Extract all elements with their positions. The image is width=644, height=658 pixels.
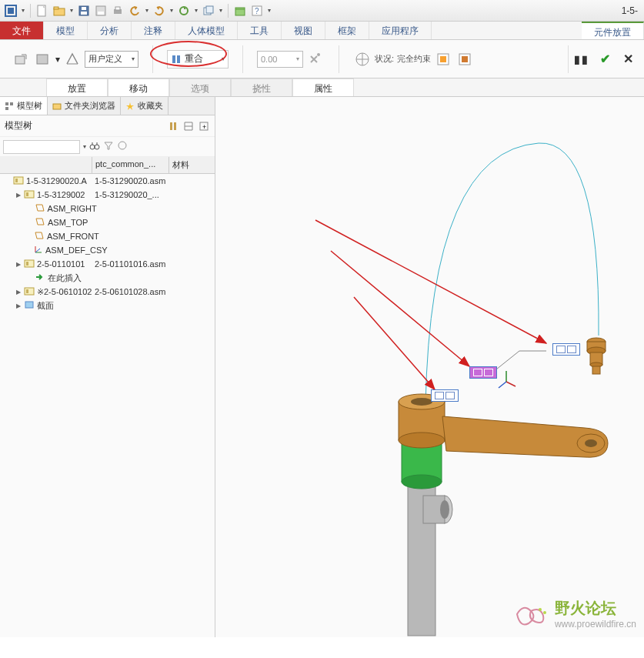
svg-rect-53	[25, 260, 34, 267]
app-dropdown-icon[interactable]: ▾	[20, 7, 26, 14]
subtab-options[interactable]: 选项	[169, 78, 231, 96]
svg-rect-9	[98, 12, 104, 15]
subtab-props[interactable]: 属性	[292, 78, 354, 96]
svg-rect-47	[15, 179, 18, 182]
svg-point-24	[317, 53, 320, 56]
viewport[interactable]: 野火论坛 www.proewildfire.cn	[215, 97, 644, 637]
svg-rect-46	[14, 177, 23, 184]
subtab-flex[interactable]: 挠性	[231, 78, 292, 96]
tree-row[interactable]: ▶※2-5-06101022-5-06101028.asm	[0, 285, 215, 299]
tree-tool-1-icon[interactable]	[167, 120, 179, 132]
node-icon	[33, 245, 44, 256]
tab-tools[interactable]: 工具	[238, 22, 282, 39]
svg-text:?: ?	[255, 7, 259, 15]
tree-row[interactable]: ASM_TOP	[0, 215, 215, 229]
interface-icon[interactable]	[63, 50, 82, 68]
tree-row[interactable]: 在此插入	[0, 271, 215, 285]
model-tree[interactable]: 1-5-31290020.A1-5-31290020.asm▶1-5-31290…	[0, 174, 215, 637]
method-dropdown-icon[interactable]: ▾	[55, 54, 60, 65]
options-icon[interactable]	[117, 140, 128, 153]
new-icon[interactable]	[35, 3, 50, 18]
tab-view[interactable]: 视图	[282, 22, 325, 39]
regen-dropdown-icon[interactable]: ▾	[193, 7, 199, 14]
tree-row[interactable]: ▶1-5-31290021-5-31290020_...	[0, 188, 215, 202]
subtab-placement[interactable]: 放置	[46, 78, 108, 96]
node-icon	[23, 189, 35, 200]
save-icon[interactable]	[76, 3, 92, 18]
saveas-icon[interactable]	[93, 3, 108, 18]
quick-access-toolbar: ▾ ▾ ▾ ▾ ▾ ▾ ? ▾ 1-5-	[0, 0, 644, 22]
subtab-move[interactable]: 移动	[108, 78, 169, 96]
panel-tab-tree[interactable]: 模型树	[0, 97, 48, 115]
svg-rect-55	[25, 288, 34, 295]
redo-dropdown-icon[interactable]: ▾	[169, 7, 175, 14]
tree-row[interactable]: ASM_DEF_CSY	[0, 243, 215, 257]
status-label: 状况:	[375, 53, 394, 65]
tree-row[interactable]: ASM_RIGHT	[0, 202, 215, 215]
settings-dropdown-icon[interactable]: ▾	[266, 7, 272, 14]
tab-annotate[interactable]: 注释	[132, 22, 175, 39]
svg-text:+: +	[202, 123, 206, 131]
side-panel: 模型树 文件夹浏览器 收藏夹 模型树 + ▾	[0, 97, 215, 637]
tab-analysis[interactable]: 分析	[88, 22, 132, 39]
app-icon[interactable]	[3, 3, 18, 18]
coincident-button[interactable]: 重合	[167, 50, 229, 68]
svg-point-87	[543, 611, 546, 614]
workspace: 模型树 文件夹浏览器 收藏夹 模型树 + ▾	[0, 97, 644, 637]
tree-row[interactable]: ▶截面	[0, 299, 215, 312]
close-window-icon[interactable]	[232, 3, 248, 18]
flip-icon[interactable]	[306, 50, 325, 68]
svg-rect-11	[115, 7, 120, 10]
folder-icon	[52, 102, 62, 111]
status-box-2-icon[interactable]	[455, 50, 474, 68]
expand-icon[interactable]: ▶	[14, 302, 23, 309]
tab-apps[interactable]: 应用程序	[369, 22, 432, 39]
constraint-glyph-2[interactable]	[469, 366, 497, 379]
panel-tab-folder[interactable]: 文件夹浏览器	[48, 97, 121, 115]
windows-icon[interactable]	[201, 3, 216, 18]
svg-rect-71	[592, 366, 600, 374]
method-icon-2[interactable]	[34, 50, 52, 68]
cancel-button[interactable]: ✕	[618, 49, 638, 69]
undo-dropdown-icon[interactable]: ▾	[144, 7, 150, 14]
window-title: 1-5-	[622, 5, 641, 16]
help-icon[interactable]: ?	[249, 3, 265, 18]
tree-search-input[interactable]	[3, 140, 80, 154]
pause-button[interactable]: ▮▮	[572, 49, 592, 69]
tab-model[interactable]: 模型	[44, 22, 88, 39]
tree-row[interactable]: ▶2-5-01101012-5-01101016.asm	[0, 257, 215, 271]
tab-frame[interactable]: 框架	[325, 22, 369, 39]
open-dropdown-icon[interactable]: ▾	[68, 7, 75, 14]
orient-icon[interactable]	[353, 50, 372, 68]
tree-row[interactable]: ASM_FRONT	[0, 229, 215, 243]
constraint-glyph-3[interactable]	[431, 389, 459, 402]
binoculars-icon[interactable]	[89, 140, 100, 153]
method-icon-1[interactable]	[12, 50, 31, 68]
tree-row[interactable]: 1-5-31290020.A1-5-31290020.asm	[0, 174, 215, 188]
windows-dropdown-icon[interactable]: ▾	[218, 7, 224, 14]
print-icon[interactable]	[110, 3, 125, 18]
filter-icon[interactable]	[103, 140, 114, 153]
node-icon	[23, 300, 35, 311]
col-material[interactable]: 材料	[169, 157, 189, 173]
svg-rect-20	[37, 55, 48, 64]
status-box-1-icon[interactable]	[434, 50, 452, 68]
offset-field[interactable]: 0.00	[257, 51, 303, 68]
tab-placement[interactable]: 元件放置	[582, 22, 644, 39]
col-common[interactable]: ptc_common_...	[92, 157, 169, 173]
undo-icon[interactable]	[127, 3, 142, 18]
open-icon[interactable]	[52, 3, 67, 18]
tree-tool-2-icon[interactable]	[182, 120, 195, 132]
expand-icon[interactable]: ▶	[14, 289, 23, 296]
expand-icon[interactable]: ▶	[14, 261, 23, 268]
ok-button[interactable]: ✔	[595, 49, 615, 69]
regen-icon[interactable]	[176, 3, 192, 18]
tab-file[interactable]: 文件	[0, 22, 44, 39]
expand-icon[interactable]: ▶	[14, 192, 23, 199]
tree-tool-3-icon[interactable]: +	[198, 120, 210, 132]
redo-icon[interactable]	[152, 3, 167, 18]
constraint-type-dropdown[interactable]: 用户定义	[85, 51, 138, 68]
constraint-glyph-1[interactable]	[552, 343, 580, 356]
tab-manikin[interactable]: 人体模型	[175, 22, 238, 39]
panel-tab-fav[interactable]: 收藏夹	[121, 97, 169, 115]
